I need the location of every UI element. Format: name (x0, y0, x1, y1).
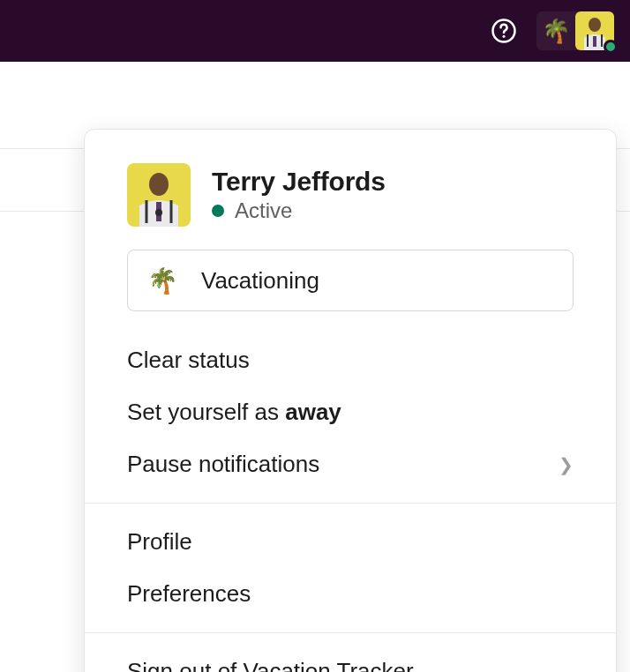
pause-notifications-item[interactable]: Pause notifications ❯ (85, 438, 616, 490)
preferences-item[interactable]: Preferences (85, 568, 616, 620)
svg-point-3 (589, 18, 601, 32)
avatar-icon (127, 163, 191, 227)
menu-item-label: Clear status (127, 347, 250, 374)
svg-point-8 (155, 209, 162, 216)
avatar-large (127, 163, 191, 227)
set-away-item[interactable]: Set yourself as away (85, 386, 616, 438)
svg-rect-4 (593, 36, 596, 47)
presence-dot-icon (212, 205, 224, 217)
user-menu-popover: Terry Jeffords Active 🌴 Vacationing Clea… (84, 129, 617, 672)
profile-item[interactable]: Profile (85, 516, 616, 568)
svg-point-1 (503, 35, 506, 38)
content-area: Terry Jeffords Active 🌴 Vacationing Clea… (0, 62, 630, 672)
menu-item-label: Sign out of Vacation Tracker (127, 658, 414, 672)
chevron-right-icon: ❯ (559, 454, 574, 475)
presence-indicator-small (604, 40, 618, 54)
status-text: Vacationing (201, 267, 319, 295)
sign-out-item[interactable]: Sign out of Vacation Tracker (85, 646, 616, 672)
presence-row: Active (212, 198, 386, 223)
menu-divider (85, 503, 616, 504)
user-avatar-button[interactable]: 🌴 (536, 11, 614, 50)
user-menu-header: Terry Jeffords Active (85, 130, 616, 243)
menu-item-label: Pause notifications (127, 451, 319, 478)
status-emoji-small: 🌴 (536, 11, 575, 50)
presence-text: Active (235, 198, 292, 223)
palm-tree-icon: 🌴 (147, 266, 178, 295)
help-button[interactable] (487, 14, 521, 48)
help-icon (491, 18, 517, 44)
status-input[interactable]: 🌴 Vacationing (127, 250, 574, 311)
svg-point-6 (149, 173, 169, 196)
top-bar: 🌴 (0, 0, 630, 62)
menu-item-label: Set yourself as away (127, 399, 341, 426)
menu-divider (85, 632, 616, 633)
user-name: Terry Jeffords (212, 167, 386, 197)
menu-item-label: Profile (127, 528, 192, 556)
menu-item-label: Preferences (127, 580, 251, 608)
clear-status-item[interactable]: Clear status (85, 334, 616, 386)
